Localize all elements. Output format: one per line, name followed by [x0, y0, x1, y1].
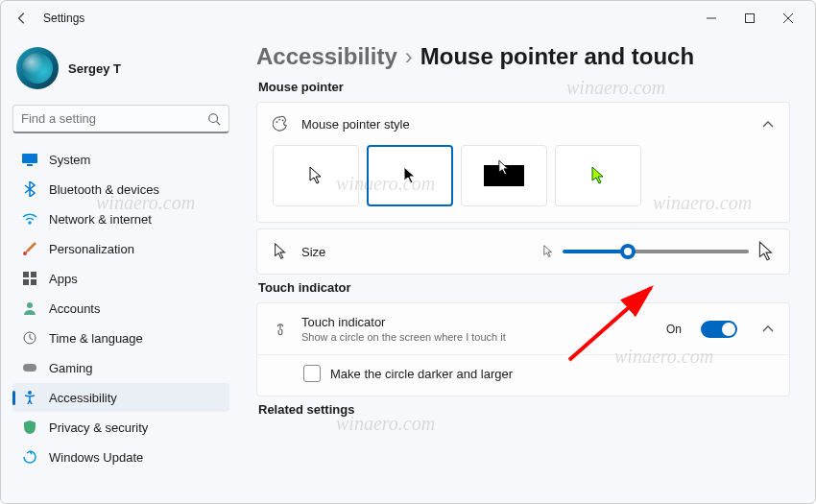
close-button[interactable]	[769, 5, 807, 32]
profile[interactable]: Sergey T	[12, 43, 229, 101]
toggle-state: On	[666, 323, 682, 336]
page-title: Mouse pointer and touch	[420, 43, 694, 70]
sidebar-item-label: Network & internet	[49, 212, 152, 227]
breadcrumb: Accessibility › Mouse pointer and touch	[256, 43, 790, 70]
svg-point-4	[209, 113, 218, 122]
svg-point-18	[278, 119, 280, 121]
card-touch-indicator: Touch indicator Show a circle on the scr…	[256, 302, 790, 396]
sidebar-item-bluetooth[interactable]: Bluetooth & devices	[12, 175, 229, 204]
wifi-icon	[22, 211, 37, 227]
brush-icon	[22, 241, 37, 256]
card-header-style[interactable]: Mouse pointer style	[257, 103, 789, 145]
svg-point-13	[27, 302, 33, 308]
pointer-style-white[interactable]	[273, 145, 359, 206]
svg-point-8	[23, 252, 27, 255]
cursor-large-icon	[758, 241, 774, 262]
search-icon	[207, 112, 221, 126]
search-input[interactable]	[21, 111, 207, 126]
pointer-style-black[interactable]	[367, 145, 453, 206]
sidebar-item-personalization[interactable]: Personalization	[12, 234, 229, 263]
size-slider[interactable]	[563, 250, 749, 253]
back-button[interactable]	[9, 5, 36, 32]
display-icon	[22, 152, 37, 167]
gamepad-icon	[22, 360, 37, 375]
search-box[interactable]	[12, 105, 229, 133]
update-icon	[22, 449, 37, 465]
touch-sub: Show a circle on the screen where I touc…	[301, 331, 653, 343]
person-icon	[22, 300, 37, 316]
sidebar-item-accessibility[interactable]: Accessibility	[12, 383, 229, 412]
svg-point-17	[276, 121, 278, 123]
breadcrumb-parent[interactable]: Accessibility	[256, 43, 397, 70]
section-related: Related settings	[258, 402, 790, 417]
avatar	[16, 47, 59, 89]
sidebar-item-label: Gaming	[49, 361, 93, 375]
size-label: Size	[301, 245, 325, 259]
svg-rect-10	[31, 272, 36, 277]
sidebar-item-label: System	[49, 153, 90, 167]
accessibility-icon	[22, 390, 37, 405]
sidebar-item-label: Accessibility	[49, 391, 117, 405]
touch-sub-option[interactable]: Make the circle darker and larger	[257, 354, 789, 396]
sidebar-item-label: Windows Update	[49, 450, 143, 465]
svg-rect-11	[23, 279, 29, 285]
card-pointer-size: Size	[256, 228, 790, 275]
sidebar-item-gaming[interactable]: Gaming	[12, 353, 229, 382]
sidebar-item-label: Time & language	[49, 331, 143, 346]
card-pointer-style: Mouse pointer style	[256, 102, 790, 223]
svg-rect-6	[22, 154, 37, 163]
svg-rect-12	[31, 279, 36, 285]
clock-icon	[22, 330, 37, 346]
section-touch: Touch indicator	[258, 280, 790, 295]
content: Accessibility › Mouse pointer and touch …	[241, 36, 815, 503]
apps-icon	[22, 271, 37, 286]
svg-rect-1	[746, 14, 755, 23]
svg-rect-9	[23, 272, 29, 277]
bluetooth-icon	[22, 181, 37, 197]
svg-rect-15	[23, 364, 36, 372]
pointer-style-inverted[interactable]	[461, 145, 547, 206]
cursor-icon	[273, 244, 288, 259]
sidebar-item-label: Apps	[49, 272, 78, 286]
sidebar-item-network[interactable]: Network & internet	[12, 204, 229, 233]
window-title: Settings	[43, 12, 84, 25]
sidebar-item-apps[interactable]: Apps	[12, 264, 229, 293]
minimize-button[interactable]	[692, 5, 731, 32]
chevron-up-icon	[762, 322, 774, 336]
sidebar-item-label: Accounts	[49, 301, 100, 316]
touch-row[interactable]: Touch indicator Show a circle on the scr…	[257, 303, 789, 354]
shield-icon	[22, 420, 37, 435]
sidebar-item-time[interactable]: Time & language	[12, 324, 229, 352]
sidebar-item-update[interactable]: Windows Update	[12, 443, 229, 471]
darker-checkbox[interactable]	[303, 365, 321, 382]
touch-icon	[273, 322, 288, 337]
titlebar: Settings	[1, 1, 815, 36]
card-title: Mouse pointer style	[301, 117, 410, 132]
maximize-button[interactable]	[731, 5, 769, 32]
sidebar-item-privacy[interactable]: Privacy & security	[12, 413, 229, 442]
touch-title: Touch indicator	[301, 315, 653, 329]
cursor-small-icon	[543, 245, 553, 258]
sidebar-item-accounts[interactable]: Accounts	[12, 294, 229, 323]
palette-icon	[273, 116, 288, 132]
sidebar: Sergey T System Bluetooth & devices Netw…	[1, 36, 241, 503]
breadcrumb-sep: ›	[405, 43, 413, 70]
section-mouse-pointer: Mouse pointer	[258, 80, 790, 94]
pointer-style-custom[interactable]	[555, 145, 641, 206]
sidebar-item-system[interactable]: System	[12, 145, 229, 174]
profile-name: Sergey T	[68, 61, 121, 76]
svg-point-16	[28, 391, 32, 395]
darker-label: Make the circle darker and larger	[330, 367, 513, 381]
slider-thumb[interactable]	[620, 244, 636, 259]
touch-toggle[interactable]	[701, 321, 737, 338]
svg-rect-7	[27, 164, 33, 166]
chevron-up-icon	[762, 117, 774, 132]
svg-line-5	[217, 121, 221, 125]
sidebar-item-label: Bluetooth & devices	[49, 182, 159, 197]
sidebar-item-label: Personalization	[49, 242, 134, 256]
svg-point-19	[282, 120, 284, 122]
sidebar-item-label: Privacy & security	[49, 420, 148, 435]
